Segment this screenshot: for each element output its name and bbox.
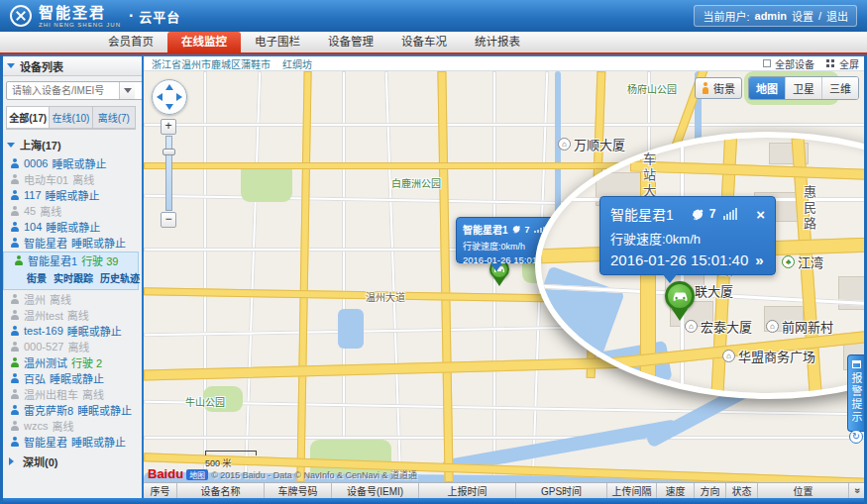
nav-tab[interactable]: 设备车况 — [387, 32, 461, 52]
filter-tab[interactable]: 在线(10) — [50, 106, 92, 129]
device-item[interactable]: 智能星君1行驶 39 — [4, 252, 138, 268]
device-name: 000-527 — [24, 341, 63, 353]
device-group-header[interactable]: 上海(17) — [0, 133, 142, 155]
zoom-out-button[interactable]: − — [161, 212, 176, 228]
map-attribution: Baidu 地图 © 2015 Baidu - Data © NavInfo &… — [148, 466, 417, 481]
table-column-header[interactable]: 上传间隔 — [607, 483, 657, 498]
settings-link[interactable]: 设置 — [792, 8, 813, 24]
group-label: 上海(17) — [20, 137, 61, 152]
table-column-header[interactable]: 车牌号码 — [265, 483, 332, 498]
app-logo: 智能圣君 ZHI NENG SHENG JUN · 云平台 — [10, 5, 180, 28]
dropdown-arrow-icon[interactable] — [119, 82, 135, 99]
device-status-icon — [10, 158, 19, 169]
pan-left-icon[interactable] — [157, 93, 163, 101]
device-action-link[interactable]: 实时跟踪 — [54, 270, 93, 285]
table-column-header[interactable]: 设备名称 — [177, 483, 265, 498]
nav-tab[interactable]: 设备管理 — [314, 32, 387, 52]
table-column-header[interactable]: GPS时间 — [516, 483, 607, 498]
selected-device-box: 智能星君1行驶 39街景实时跟踪历史轨迹指令>> — [3, 252, 139, 290]
pan-down-icon[interactable] — [165, 104, 173, 110]
more-icon[interactable]: » — [755, 252, 763, 268]
table-column-header[interactable]: 序号 — [144, 483, 177, 498]
device-action-link[interactable]: 历史轨迹 — [100, 270, 140, 285]
device-name: 0006 — [24, 157, 48, 169]
device-item[interactable]: 电动车01离线 — [0, 171, 142, 187]
alarm-tab[interactable]: 报警提示 — [847, 354, 864, 432]
pan-right-icon[interactable] — [176, 93, 182, 101]
fullscreen-button[interactable]: 全屏 — [839, 56, 859, 71]
current-user-name: admin — [755, 10, 787, 22]
device-item[interactable]: wzcs离线 — [0, 418, 142, 434]
device-status: 睡眠或静止 — [67, 323, 122, 339]
device-name: 117 — [24, 189, 42, 201]
device-item[interactable]: 温州测试行驶 2 — [0, 354, 142, 370]
table-column-header[interactable]: 方向 — [695, 483, 726, 498]
table-column-header[interactable]: 位置 — [758, 483, 849, 498]
device-item[interactable]: 104睡眠或静止 — [0, 219, 142, 235]
sidebar-header[interactable]: 设备列表 — [0, 56, 142, 76]
group-expand-icon[interactable] — [9, 457, 18, 465]
device-item[interactable]: 45离线 — [0, 203, 142, 219]
refresh-icon[interactable]: ↻ — [849, 430, 863, 444]
map-type-satellite-button[interactable]: 卫星 — [785, 77, 821, 99]
close-icon[interactable]: × — [756, 207, 765, 222]
device-item[interactable]: 温州出租车离线 — [0, 386, 142, 402]
vehicle-time: 2016-01-26 15:01:40 — [610, 252, 748, 268]
device-status: 行驶 39 — [81, 252, 118, 268]
device-group-header[interactable]: 深圳(0) — [0, 450, 142, 472]
logo-separator: · — [129, 7, 134, 25]
device-status-icon — [10, 310, 19, 321]
zoom-slider-track[interactable] — [165, 136, 172, 211]
nav-tab[interactable]: 在线监控 — [167, 32, 241, 52]
filter-tab[interactable]: 离线(7) — [93, 106, 136, 129]
street-view-button[interactable]: 街景 — [695, 77, 742, 99]
device-item[interactable]: 智能星君睡眠或静止 — [0, 434, 142, 450]
app-header: 智能圣君 ZHI NENG SHENG JUN · 云平台 当前用户: admi… — [0, 0, 867, 32]
vehicle-marker-zoomed[interactable] — [665, 281, 695, 321]
device-status-icon — [10, 174, 19, 185]
device-status-icon — [10, 437, 19, 448]
device-item[interactable]: 雷克萨斯8睡眠或静止 — [0, 402, 142, 418]
map-pan-control[interactable] — [152, 79, 187, 115]
all-devices-checkbox[interactable] — [763, 59, 771, 67]
vehicle-info-popup-zoomed: 智能星君1 7 × 行驶速度:0km/h 2016-01-26 15:01:40… — [599, 196, 776, 275]
pan-up-icon[interactable] — [165, 84, 173, 90]
baidu-map-chip: 地图 — [186, 469, 208, 480]
device-item[interactable]: 117睡眠或静止 — [0, 187, 142, 203]
device-status-icon — [10, 342, 19, 353]
zoom-in-button[interactable]: + — [161, 119, 176, 135]
zoom-slider-handle[interactable] — [163, 149, 175, 155]
logo-subtitle: ZHI NENG SHENG JUN — [39, 22, 121, 28]
logo-platform: 云平台 — [139, 7, 180, 26]
device-status: 睡眠或静止 — [71, 235, 126, 251]
group-expand-icon[interactable] — [7, 143, 15, 151]
device-item[interactable]: 百弘睡眠或静止 — [0, 370, 142, 386]
nav-tab[interactable]: 电子围栏 — [241, 32, 314, 52]
table-column-header[interactable]: 上报时间 — [419, 483, 516, 498]
table-column-header[interactable]: 设备号(IEMI) — [332, 483, 419, 498]
device-item[interactable]: 0006睡眠或静止 — [0, 155, 142, 171]
device-status: 离线 — [67, 339, 89, 354]
map-type-map-button[interactable]: 地图 — [749, 77, 785, 99]
logout-link[interactable]: 退出 — [826, 8, 848, 24]
filter-tab[interactable]: 全部(17) — [6, 106, 50, 129]
map-zoom-control: + − — [161, 119, 176, 228]
satellite-icon — [692, 208, 704, 221]
device-item[interactable]: test-169睡眠或静止 — [0, 323, 142, 339]
device-status: 睡眠或静止 — [50, 370, 104, 386]
device-name: 温州test — [24, 307, 63, 323]
map-canvas[interactable]: 智能星君1 7 × 行驶速度:0km/h 2016-01-26 15:01:40 — [144, 71, 867, 482]
device-status: 睡眠或静止 — [52, 155, 106, 171]
device-item[interactable]: 智能星君睡眠或静止 — [0, 235, 142, 251]
table-column-header[interactable]: 速度 — [657, 483, 695, 498]
device-item[interactable]: 000-527离线 — [0, 339, 142, 354]
device-item[interactable]: 温州离线 — [0, 291, 142, 307]
device-list: 上海(17)0006睡眠或静止电动车01离线117睡眠或静止45离线104睡眠或… — [0, 133, 142, 472]
vehicle-speed: 行驶速度:0km/h — [610, 229, 765, 248]
table-column-header[interactable]: 状态 — [726, 483, 758, 498]
device-action-link[interactable]: 街景 — [27, 270, 47, 285]
nav-tab[interactable]: 统计报表 — [461, 32, 534, 52]
device-item[interactable]: 温州test离线 — [0, 307, 142, 323]
nav-tab[interactable]: 会员首页 — [94, 32, 167, 52]
map-type-3d-button[interactable]: 三维 — [821, 77, 858, 99]
